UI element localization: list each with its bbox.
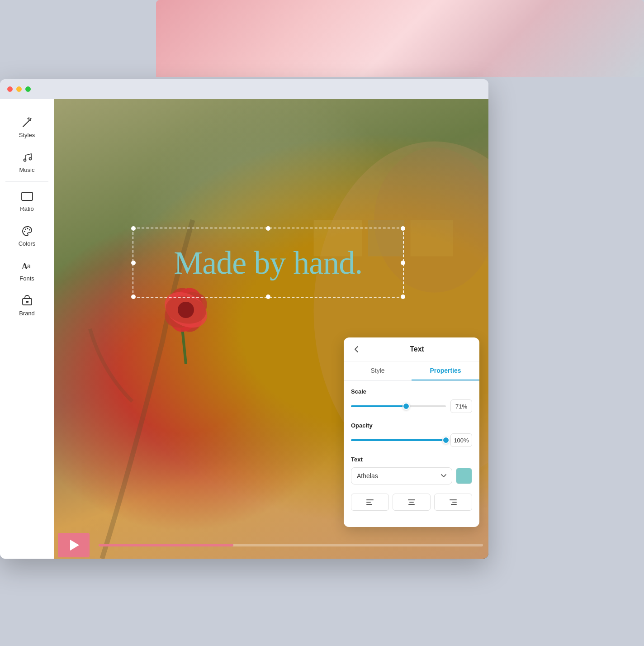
handle-middle-right[interactable] (401, 261, 405, 265)
opacity-slider-thumb[interactable] (442, 437, 450, 444)
browser-window: Styles Music (0, 79, 488, 559)
handle-top-middle[interactable] (266, 226, 270, 231)
svg-rect-16 (410, 220, 453, 256)
scale-label: Scale (351, 388, 472, 395)
progress-bar-container[interactable] (99, 544, 483, 546)
svg-rect-3 (22, 192, 33, 200)
align-line-1 (366, 499, 374, 500)
align-line-2 (366, 502, 371, 503)
opacity-slider-track[interactable] (351, 439, 446, 441)
video-frame[interactable]: Made by hand. (54, 99, 488, 559)
styles-label: Styles (19, 132, 35, 138)
sidebar-item-brand[interactable]: Brand (0, 288, 54, 323)
svg-point-0 (30, 120, 31, 121)
svg-text:a: a (27, 262, 31, 270)
handle-top-left[interactable] (131, 226, 136, 231)
opacity-value: 100% (450, 433, 472, 447)
opacity-label: Opacity (351, 422, 472, 429)
svg-point-7 (29, 229, 30, 231)
svg-point-5 (25, 229, 26, 230)
handle-bottom-right[interactable] (401, 294, 405, 299)
align-buttons (351, 494, 472, 511)
right-line-3 (451, 504, 457, 505)
opacity-section: Opacity 100% (351, 422, 472, 447)
tab-properties[interactable]: Properties (412, 361, 479, 380)
text-properties-panel: Text Style Properties Scale (344, 337, 479, 527)
play-button[interactable] (58, 533, 90, 557)
text-section-label: Text (351, 456, 472, 463)
handle-bottom-left[interactable] (131, 294, 136, 299)
svg-point-6 (27, 228, 28, 229)
svg-point-2 (29, 158, 31, 160)
progress-bar-fill (99, 544, 233, 546)
font-name: Athelas (357, 472, 378, 480)
panel-body: Scale 71% (344, 381, 479, 527)
align-left-button[interactable] (351, 494, 389, 511)
svg-rect-11 (26, 301, 28, 303)
maximize-button[interactable] (25, 86, 31, 92)
chevron-down-icon (441, 474, 446, 478)
right-line-1 (450, 499, 457, 500)
scale-slider-thumb[interactable] (402, 403, 410, 410)
canvas-area: Made by hand. (54, 99, 488, 559)
background-flowers (156, 0, 644, 77)
ratio-icon (21, 190, 33, 203)
align-center-button[interactable] (393, 494, 431, 511)
browser-titlebar (0, 79, 488, 99)
colors-label: Colors (19, 240, 36, 247)
minimize-button[interactable] (16, 86, 22, 92)
scale-slider-row: 71% (351, 399, 472, 413)
panel-title: Text (362, 345, 472, 353)
sidebar-item-colors[interactable]: Colors (0, 218, 54, 253)
right-line-2 (452, 502, 457, 503)
scale-section: Scale 71% (351, 388, 472, 413)
tab-style[interactable]: Style (344, 361, 412, 380)
play-icon (70, 540, 79, 551)
handle-bottom-middle[interactable] (266, 294, 270, 299)
traffic-lights (7, 86, 31, 92)
svg-point-22 (178, 302, 194, 318)
center-line-2 (409, 502, 414, 503)
fonts-label: Fonts (19, 275, 34, 282)
panel-tabs: Style Properties (344, 361, 479, 381)
fonts-icon: A a (21, 260, 33, 272)
center-line-1 (408, 499, 415, 500)
scale-value: 71% (450, 399, 472, 413)
video-background: Made by hand. (54, 99, 488, 559)
font-color-swatch[interactable] (456, 468, 472, 484)
opacity-slider-row: 100% (351, 433, 472, 447)
sidebar: Styles Music (0, 99, 54, 559)
text-selection-box[interactable]: Made by hand. (133, 228, 404, 298)
align-center-icon (408, 499, 415, 505)
ratio-label: Ratio (20, 205, 33, 212)
scale-slider-track[interactable] (351, 405, 446, 407)
align-line-3 (366, 504, 372, 505)
handle-top-right[interactable] (401, 226, 405, 231)
music-label: Music (19, 166, 35, 173)
font-dropdown[interactable]: Athelas (351, 467, 452, 484)
sidebar-item-ratio[interactable]: Ratio (0, 184, 54, 218)
close-button[interactable] (7, 86, 13, 92)
align-right-button[interactable] (434, 494, 472, 511)
scale-slider-fill (351, 405, 406, 407)
align-right-icon (450, 499, 457, 505)
svg-point-1 (24, 159, 26, 162)
panel-header: Text (344, 337, 479, 361)
wand-icon (21, 116, 33, 129)
center-line-3 (408, 504, 415, 505)
sidebar-item-fonts[interactable]: A a Fonts (0, 253, 54, 288)
font-selector: Athelas (351, 467, 472, 484)
brand-icon (21, 294, 33, 307)
panel-back-button[interactable] (351, 344, 362, 355)
palette-icon (21, 225, 33, 238)
sidebar-divider-1 (5, 181, 48, 182)
video-controls (54, 532, 488, 559)
handle-middle-left[interactable] (131, 261, 136, 265)
svg-point-4 (24, 231, 25, 232)
alignment-section (351, 494, 472, 511)
canvas-text-overlay: Made by hand. (174, 244, 362, 281)
sidebar-item-music[interactable]: Music (0, 145, 54, 180)
browser-content: Styles Music (0, 99, 488, 559)
sidebar-item-styles[interactable]: Styles (0, 110, 54, 145)
text-section: Text Athelas (351, 456, 472, 484)
